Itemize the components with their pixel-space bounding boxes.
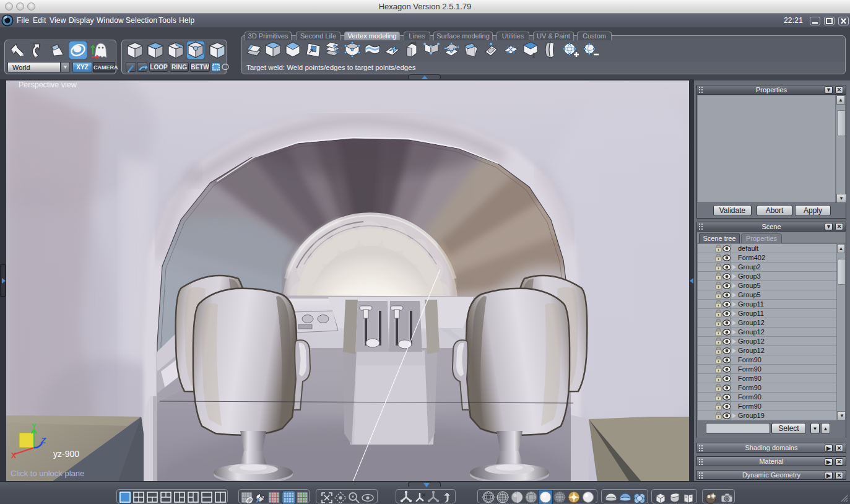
svg-text:X: X [11,451,16,460]
svg-text:Click to unlock plane: Click to unlock plane [11,469,84,478]
svg-text:Y: Y [32,422,37,430]
svg-text:Perspective view: Perspective view [19,80,77,89]
svg-text:Z: Z [40,436,46,445]
svg-text:yz-900: yz-900 [53,449,79,459]
